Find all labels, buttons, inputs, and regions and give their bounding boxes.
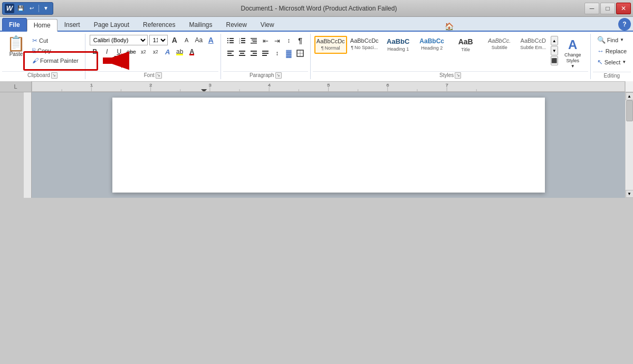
decrease-indent-button[interactable]: ⇤ (260, 35, 271, 46)
scrollbar-up-button[interactable]: ▲ (626, 92, 634, 100)
numbering-button[interactable]: 1.2.3. (237, 35, 247, 46)
ruler-corner[interactable]: L (0, 81, 32, 92)
svg-rect-7 (227, 42, 228, 43)
shading-button[interactable]: ▓ (283, 48, 294, 59)
para-expander[interactable]: ↘ (275, 72, 282, 79)
font-grow-button[interactable]: A (169, 35, 180, 45)
line-spacing-button[interactable]: ↕ (272, 48, 282, 59)
scrollbar-track[interactable] (626, 100, 633, 190)
home-icon[interactable]: 🏠 (445, 22, 454, 31)
style-heading2[interactable]: AaBbCc Heading 2 (416, 36, 448, 54)
justify-button[interactable] (260, 48, 271, 59)
bullets-button[interactable] (225, 35, 236, 46)
cut-label: Cut (39, 37, 48, 44)
replace-button[interactable]: ↔ Replace (595, 46, 629, 56)
ribbon-body: 📋 Paste ✂ Cut ⎘ Copy 🖌 Format Painter (0, 32, 633, 82)
select-label: Select (605, 59, 621, 65)
clear-format-button[interactable]: A (206, 35, 216, 45)
change-case-button[interactable]: Aa (194, 35, 204, 45)
styles-expander[interactable]: ↘ (455, 72, 461, 79)
scrollbar-down-button[interactable]: ▼ (626, 190, 634, 198)
style-title[interactable]: AaB Title (449, 36, 482, 54)
svg-rect-26 (253, 53, 257, 54)
horizontal-ruler: 1 2 3 4 5 6 7 (32, 81, 625, 92)
help-button[interactable]: ? (618, 18, 631, 31)
tab-view[interactable]: View (254, 18, 281, 31)
tab-insert[interactable]: Insert (57, 18, 87, 31)
select-button[interactable]: ↖ Select ▼ (595, 57, 629, 67)
italic-button[interactable]: I (102, 46, 112, 57)
svg-rect-29 (262, 53, 268, 54)
sort-button[interactable]: ↕ (283, 35, 294, 46)
undo-button[interactable]: ↩ (27, 4, 36, 13)
styles-scroll-more[interactable]: ⬛ (551, 56, 558, 65)
select-icon: ↖ (597, 58, 603, 66)
styles-scroll-down[interactable]: ▼ (551, 46, 558, 55)
text-effect-button[interactable]: A (162, 46, 173, 57)
underline-button[interactable]: U (114, 46, 124, 57)
save-button[interactable]: 💾 (16, 4, 25, 13)
style-subtitle-preview: AaBbCc. (488, 37, 511, 44)
left-margin (0, 92, 32, 198)
cut-button[interactable]: ✂ Cut (30, 36, 81, 45)
style-title-label: Title (461, 47, 470, 52)
clipboard-expander[interactable]: ↘ (51, 72, 57, 79)
style-heading1[interactable]: AaBbC Heading 1 (382, 36, 415, 54)
editing-group: 🔍 Find ▼ ↔ Replace ↖ Select ▼ Editing (591, 34, 633, 79)
paste-label: Paste (9, 51, 23, 57)
tab-home[interactable]: Home (27, 19, 57, 32)
multilevel-button[interactable] (248, 35, 259, 46)
font-expander[interactable]: ↘ (156, 72, 162, 79)
vertical-scrollbar[interactable]: ▲ ▼ (625, 92, 633, 198)
font-name-select[interactable]: Calibri (Body) (90, 35, 148, 45)
font-color-button[interactable]: A (187, 46, 197, 57)
font-group: Calibri (Body) 11 A A Aa A B I U abc x2 (85, 34, 221, 79)
style-no-spacing[interactable]: AaBbCcDc ¶No Spaci... (348, 36, 381, 54)
styles-scroll-up[interactable]: ▲ (551, 36, 558, 45)
font-shrink-button[interactable]: A (181, 35, 192, 45)
strikethrough-button[interactable]: abc (126, 46, 137, 57)
style-subtitle[interactable]: AaBbCc. Subtitle (483, 36, 516, 54)
svg-rect-28 (262, 51, 268, 52)
show-marks-button[interactable]: ¶ (295, 35, 305, 46)
increase-indent-button[interactable]: ⇥ (272, 35, 282, 46)
document-page[interactable] (112, 98, 545, 193)
align-center-button[interactable] (237, 48, 247, 59)
change-styles-button[interactable]: A ChangeStyles ▼ (559, 36, 587, 70)
subscript-button[interactable]: x2 (138, 46, 149, 57)
tab-review[interactable]: Review (219, 18, 253, 31)
format-painter-button[interactable]: 🖌 Format Painter (30, 56, 81, 65)
minimize-button[interactable]: ─ (584, 3, 599, 14)
paste-button[interactable]: 📋 Paste (4, 35, 28, 65)
bold-button[interactable]: B (90, 46, 100, 57)
style-h2-label: Heading 2 (421, 45, 443, 51)
tab-file[interactable]: File (2, 18, 27, 31)
style-subtle-em[interactable]: AaBbCcD Subtle Em... (517, 36, 550, 54)
svg-rect-27 (251, 55, 257, 56)
ribbon-tabs: File Home Insert Page Layout References … (0, 17, 633, 32)
format-painter-icon: 🖌 (32, 57, 39, 64)
customize-qa-button[interactable]: ▼ (41, 4, 51, 13)
align-left-button[interactable] (225, 48, 236, 59)
superscript-button[interactable]: x2 (150, 46, 161, 57)
document-area[interactable] (32, 92, 625, 198)
find-button[interactable]: 🔍 Find ▼ (595, 35, 629, 45)
tab-mailings[interactable]: Mailings (182, 18, 219, 31)
restore-button[interactable]: □ (600, 3, 615, 14)
close-button[interactable]: ✕ (616, 3, 631, 14)
style-normal[interactable]: AaBbCcDc ¶Normal (314, 36, 347, 54)
change-styles-icon: A (568, 37, 577, 52)
highlight-button[interactable]: ab (175, 46, 185, 57)
tab-page-layout[interactable]: Page Layout (87, 18, 136, 31)
font-size-select[interactable]: 11 (149, 35, 168, 45)
qa-separator (39, 5, 39, 12)
scrollbar-thumb[interactable] (626, 100, 633, 121)
quick-access-toolbar[interactable]: W 💾 ↩ ▼ (2, 2, 53, 15)
content-row: ▲ ▼ (0, 92, 633, 198)
borders-button[interactable] (295, 48, 305, 59)
align-right-button[interactable] (248, 48, 259, 59)
tab-references[interactable]: References (136, 18, 182, 31)
copy-button[interactable]: ⎘ Copy (30, 46, 81, 55)
svg-rect-15 (251, 38, 257, 39)
svg-text:3.: 3. (239, 42, 241, 44)
